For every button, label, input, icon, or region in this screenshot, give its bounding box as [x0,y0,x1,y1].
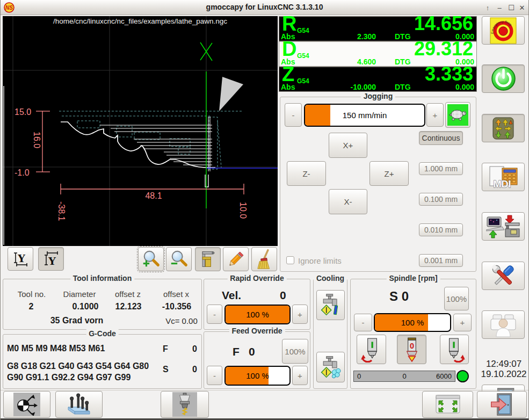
spindle-title: Spindle [rpm] [386,274,440,283]
jog-continuous-button[interactable]: Continuous [419,131,463,145]
jog-increment-001mm-button[interactable]: 0.010 mm [419,223,463,236]
f-value: 0 [178,344,197,354]
jog-x-plus-button[interactable]: X+ [329,133,367,158]
gcode-title: G-Code [86,329,119,338]
pawn-profile-path [61,122,215,168]
jog-z-minus-button[interactable]: Z- [287,161,326,186]
block-height-icon [65,393,93,416]
rapid-override-title: Rapid Override [227,274,286,283]
dro-row-z[interactable]: Z G54 3.333 Abs -10.000 DTG 0.000 [279,67,477,92]
turtle-jog-button[interactable] [445,102,470,128]
spindle-ccw-button[interactable] [357,335,386,364]
spindle-override-bar[interactable]: 100 % [374,313,451,332]
minimize-button[interactable]: – [494,2,505,13]
rapid-minus-button[interactable]: - [207,305,222,324]
broom-icon [255,249,273,270]
tool-no-value: 2 [29,302,34,312]
ignore-limits-checkbox[interactable] [286,256,294,264]
jog-speed-bar[interactable]: 150 mm/min [304,104,425,127]
clear-plot-button[interactable] [251,247,277,271]
tool-description: 35 Grad vorn [50,316,104,325]
maximize-button[interactable]: ☐ [506,2,517,13]
cooling-title: Cooling [314,274,347,283]
settings-button[interactable] [482,262,525,290]
spindle-stop-button[interactable]: 0 [397,335,426,364]
preview-file-path: /home/cnc/linuxcnc/nc_files/examples/lat… [53,17,227,25]
dimension-dtg-toggle-button[interactable]: Y [8,247,33,271]
velocity-label: Vel. [222,289,241,302]
dro-dtg-label: DTG [395,57,411,66]
dro-dtg-label: DTG [395,32,411,41]
estop-button[interactable]: Emergency-Stop [482,16,525,45]
fullscreen-button[interactable] [422,391,473,418]
jog-increment-0001mm-button[interactable]: 0.001 mm [419,254,463,267]
active-mcodes: M0 M5 M9 M48 M53 M61 [7,344,105,353]
gmoccapy-window: NS gmoccapy for LinuxCNC 3.1.3.10 ↑ – ☐ … [0,0,529,420]
rapid-override-bar[interactable]: 100 % [224,305,291,324]
jog-speed-minus-button[interactable]: - [285,103,302,127]
fullscreen-icon [434,394,461,415]
dro-value: 29.312 [414,38,473,60]
dro-value: 14.656 [414,12,473,35]
jog-x-minus-button[interactable]: X- [329,189,367,214]
flood-coolant-icon [319,292,343,318]
measure-tool-button[interactable] [195,247,221,271]
mdi-mode-button[interactable]: MDI [482,163,525,191]
back-exit-button[interactable] [477,391,527,418]
dro-coord-system: G54 [297,52,309,60]
spindle-ccw-icon [360,337,383,363]
feed-reset-100-button[interactable]: 100% [282,339,308,364]
ignore-limits-label: Ignore limits [298,256,342,265]
gcode-preview[interactable]: /home/cnc/linuxcnc/nc_files/examples/lat… [3,16,278,246]
dimension-labels: 15.0 16.0 -1.0 48.1 -38.1 10.0 [15,107,248,221]
spindle-minus-button[interactable]: - [354,314,372,331]
spindle-cw-button[interactable] [440,335,469,364]
caliper-icon [198,250,218,269]
tool-change-button[interactable] [161,391,209,418]
jog-increment-1mm-button[interactable]: 1.000 mm [419,162,463,175]
tool-change-icon-bg [172,392,197,417]
spindle-at-speed-indicator [456,370,469,382]
feed-override-bar[interactable]: 100 % [224,366,291,386]
feed-value: 0 [249,345,255,358]
mist-coolant-button[interactable] [316,352,345,382]
machine-on-button[interactable] [482,64,525,93]
diameter-header: Diameter [63,289,96,299]
rapid-override-text: 100 % [226,306,289,323]
svg-text:0: 0 [409,341,414,350]
spindle-reset-100-button[interactable]: 100% [444,287,469,310]
shade-window-button[interactable]: ↑ [482,2,493,13]
spindle-range-min: 0 [357,372,361,380]
jog-speed-plus-button[interactable]: + [426,103,444,127]
close-button[interactable]: ✕ [517,2,527,13]
dim-left-label: -38.1 [57,201,66,221]
dro-dtg-label: DTG [395,83,411,91]
spindle-plus-button[interactable]: + [453,314,472,331]
jog-increment-01mm-button[interactable]: 0.100 mm [419,193,463,206]
dimension-abs-toggle-button[interactable]: Y [38,247,64,271]
s-label: S [163,365,169,374]
flood-coolant-button[interactable] [316,290,345,320]
user-settings-button[interactable] [482,310,525,339]
jog-z-plus-button[interactable]: Z+ [369,161,409,186]
svg-text:Y: Y [17,252,25,264]
feed-minus-button[interactable]: - [207,366,222,385]
block-height-button[interactable] [55,391,103,418]
tools-settings-icon [489,263,518,289]
edit-gcode-button[interactable] [223,247,249,271]
spindle-range-bar: 0 0 6000 [353,371,455,382]
dimension-dtg-icon: Y [12,250,29,267]
svg-text:Y: Y [48,255,56,267]
preview-plot: /home/cnc/linuxcnc/nc_files/examples/lat… [3,16,278,246]
zoom-out-button[interactable] [166,247,192,271]
zoom-in-button[interactable] [138,247,164,271]
zoom-out-icon [169,249,189,270]
feed-plus-button[interactable]: + [292,366,308,385]
spindle-cw-icon [443,337,466,363]
rapid-plus-button[interactable]: + [292,305,308,324]
auto-mode-button[interactable] [482,212,525,241]
s-value: 0 [178,365,197,374]
touch-off-button[interactable] [3,391,50,418]
window-title: gmoccapy for LinuxCNC 3.1.3.10 [1,3,528,11]
manual-mode-button[interactable] [482,114,525,142]
